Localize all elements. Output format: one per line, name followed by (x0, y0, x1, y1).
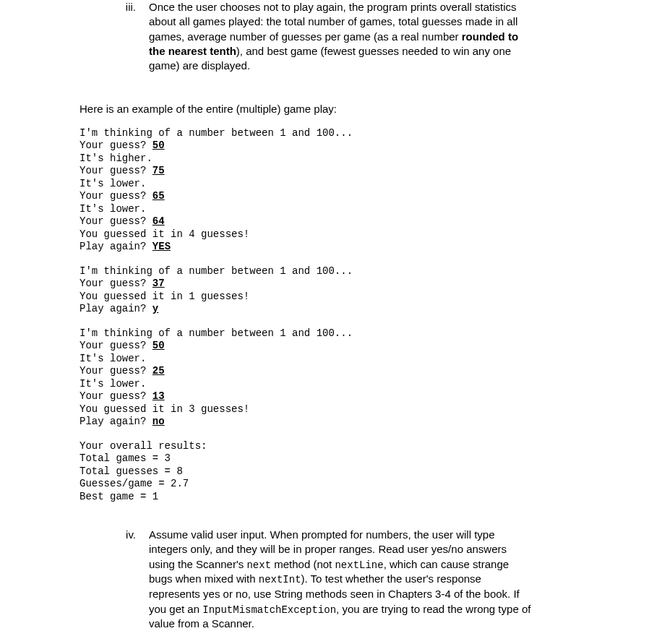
code-line: Your guess? (79, 215, 152, 227)
code-line: Play again? (79, 416, 152, 427)
code-line: Your guess? (79, 165, 152, 176)
code-line: It's lower. (79, 178, 146, 189)
code-line: Your guess? (79, 190, 152, 202)
code-line: I'm thinking of a number between 1 and 1… (79, 127, 353, 139)
user-input: y (152, 303, 158, 314)
example-transcript: I'm thinking of a number between 1 and 1… (79, 127, 627, 254)
code-line: Your guess? (79, 390, 152, 402)
example-transcript: I'm thinking of a number between 1 and 1… (79, 265, 627, 316)
user-input: 50 (152, 139, 165, 151)
user-input: 75 (152, 165, 165, 176)
user-input: YES (152, 241, 171, 252)
code-line: You guessed it in 4 guesses! (79, 228, 249, 240)
code-line: Your guess? (79, 278, 152, 289)
code-line: Play again? (79, 303, 152, 314)
code-line: Your guess? (79, 139, 152, 151)
code-inline: nextInt (259, 574, 301, 585)
user-input: 13 (152, 390, 165, 402)
list-body: Assume valid user input. When prompted f… (149, 528, 532, 632)
code-line: Total guesses = 8 (79, 465, 183, 477)
code-inline: nextLine (335, 559, 383, 571)
code-line: You guessed it in 1 guesses! (79, 291, 249, 302)
user-input: no (152, 416, 165, 427)
code-line: Your guess? (79, 365, 152, 377)
code-line: It's lower. (79, 378, 146, 390)
list-item-iv: iv. Assume valid user input. When prompt… (22, 528, 627, 632)
list-number: iii. (22, 0, 149, 73)
list-number: iv. (22, 528, 149, 632)
list-item-iii: iii. Once the user chooses not to play a… (22, 0, 627, 73)
code-line: Your guess? (79, 340, 152, 351)
code-line: I'm thinking of a number between 1 and 1… (79, 265, 353, 277)
document-page: iii. Once the user chooses not to play a… (0, 0, 649, 644)
user-input: 50 (152, 340, 165, 351)
code-line: It's lower. (79, 353, 146, 364)
example-transcript: I'm thinking of a number between 1 and 1… (79, 327, 627, 429)
code-line: Guesses/game = 2.7 (79, 478, 189, 489)
user-input: 37 (152, 278, 165, 289)
code-line: Play again? (79, 241, 152, 252)
code-line: I'm thinking of a number between 1 and 1… (79, 327, 353, 339)
text: method (not (271, 558, 335, 570)
example-results: Your overall results: Total games = 3 To… (79, 440, 627, 504)
code-inline: next (246, 559, 271, 571)
code-line: It's lower. (79, 203, 146, 215)
code-line: Best game = 1 (79, 491, 158, 502)
user-input: 25 (152, 365, 165, 377)
example-intro: Here is an example of the entire (multip… (79, 102, 627, 116)
user-input: 64 (152, 215, 165, 227)
user-input: 65 (152, 190, 165, 202)
code-line: You guessed it in 3 guesses! (79, 403, 249, 415)
code-line: Your overall results: (79, 440, 207, 452)
code-inline: InputMismatchException (202, 604, 336, 616)
code-line: It's higher. (79, 153, 152, 164)
list-body: Once the user chooses not to play again,… (149, 0, 532, 73)
code-line: Total games = 3 (79, 452, 171, 464)
